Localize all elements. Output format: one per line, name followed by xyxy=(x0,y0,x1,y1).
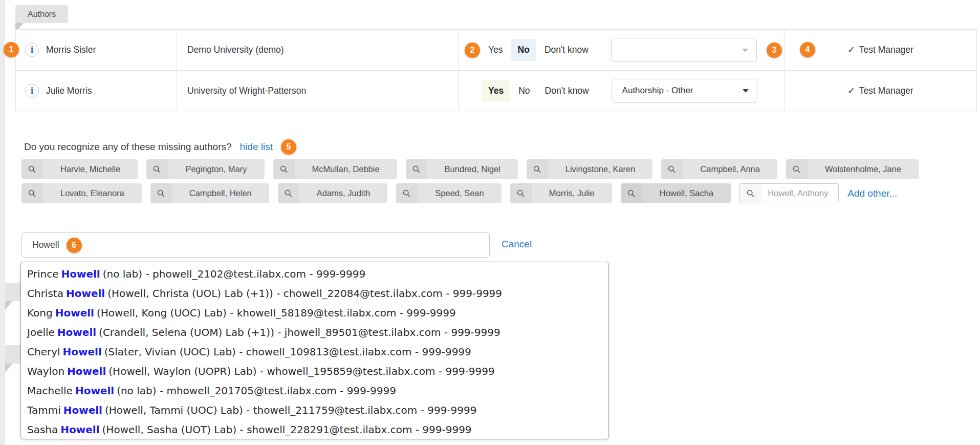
result-first-name: Waylon xyxy=(27,365,64,377)
search-result-item[interactable]: TammiHowell(Howell, Tammi (UOC) Lab) - t… xyxy=(27,400,608,420)
search-result-item[interactable]: WaylonHowell(Howell, Waylon (UOPR) Lab) … xyxy=(27,362,608,381)
missing-author-chip[interactable]: Campbell, Anna xyxy=(661,159,777,179)
info-icon[interactable]: i xyxy=(25,84,39,98)
missing-author-chip[interactable]: Morris, Julie xyxy=(510,183,612,203)
result-match-text: Howell xyxy=(60,346,104,358)
result-match-text: Howell xyxy=(63,287,107,300)
result-details: (Howell, Christa (UOL) Lab (+1)) - chowe… xyxy=(107,287,502,300)
result-details: (Howell, Sasha (UOT) Lab) - showell_2282… xyxy=(102,423,472,436)
missing-author-chip[interactable]: Harvie, Michelle xyxy=(21,159,138,179)
missing-author-chip[interactable]: Lovato, Eleanora xyxy=(21,183,142,203)
missing-author-chip[interactable]: Campbell, Helen xyxy=(150,183,269,203)
missing-author-chip-label: Harvie, Michelle xyxy=(43,159,138,179)
role-select-authorship-other[interactable]: Authorship - Other xyxy=(612,79,757,103)
search-icon xyxy=(396,183,418,203)
result-first-name: Kong xyxy=(27,307,53,319)
missing-author-chip-active[interactable]: Howell, Sacha xyxy=(621,183,731,203)
missing-author-chip[interactable]: Livingstone, Karen xyxy=(527,159,653,179)
missing-author-chip-label: Campbell, Anna xyxy=(683,159,777,179)
result-first-name: Cheryl xyxy=(27,346,60,358)
answer-option-yes[interactable]: Yes xyxy=(482,39,510,61)
authors-table: i Morris Sisler Demo University (demo) 2… xyxy=(15,29,977,111)
cancel-link[interactable]: Cancel xyxy=(502,239,532,250)
missing-author-chip[interactable]: Wolstenholme, Jane xyxy=(786,159,919,179)
role-select-empty[interactable] xyxy=(611,38,757,62)
step-badge-5: 5 xyxy=(281,139,296,155)
result-details: (no lab) - phowell_2102@test.ilabx.com -… xyxy=(103,268,366,280)
result-details: (Slater, Vivian (UOC) Lab) - chowell_109… xyxy=(104,346,471,358)
missing-author-chip-label: Lovato, Eleanora xyxy=(43,183,142,203)
author-row-julie-morris: i Julie Morris University of Wright-Patt… xyxy=(16,70,976,111)
result-match-text: Howell xyxy=(73,385,117,397)
info-icon[interactable]: i xyxy=(25,43,39,57)
missing-author-chip[interactable]: Adams, Judith xyxy=(278,183,388,203)
search-result-item[interactable]: JoelleHowell(Crandell, Selena (UOM) Lab … xyxy=(27,323,608,342)
search-icon xyxy=(21,159,43,179)
result-first-name: Tammi xyxy=(27,404,61,416)
author-answer-cell: 2 Yes No Don't know 3 xyxy=(459,30,785,70)
left-margin-strip xyxy=(0,0,5,445)
search-result-item[interactable]: KongHowell(Howell, Kong (UOC) Lab) - kho… xyxy=(27,303,608,323)
search-icon xyxy=(740,184,761,203)
result-first-name: Machelle xyxy=(27,385,73,397)
answer-option-dont-know[interactable]: Don't know xyxy=(538,39,595,61)
missing-author-chip-label: Adams, Judith xyxy=(299,183,388,203)
verified-by: ✓Test Manager xyxy=(847,86,913,96)
missing-author-chip[interactable]: McMullan, Debbie xyxy=(273,159,397,179)
result-details: (Howell, Waylon (UOPR) Lab) - whowell_19… xyxy=(108,365,494,377)
answer-option-no[interactable]: No xyxy=(512,80,536,102)
hidden-section-tab-fold xyxy=(5,364,13,372)
search-icon xyxy=(510,183,532,203)
missing-author-chip[interactable]: Pegington, Mary xyxy=(146,159,264,179)
hidden-section-tab xyxy=(5,283,23,301)
search-icon xyxy=(21,183,43,203)
missing-authors-chip-row-1: Harvie, Michelle Pegington, Mary McMulla… xyxy=(21,159,919,179)
missing-author-chip-input[interactable] xyxy=(761,184,838,203)
author-affiliation-cell: University of Wright-Patterson xyxy=(177,71,459,111)
result-first-name: Sasha xyxy=(27,423,58,436)
result-details: (Crandell, Selena (UOM) Lab (+1)) - jhow… xyxy=(99,326,500,338)
hide-list-link[interactable]: hide list xyxy=(240,141,273,153)
search-results-dropdown: PrinceHowell(no lab) - phowell_2102@test… xyxy=(20,262,609,439)
missing-author-chip[interactable]: Speed, Sean xyxy=(396,183,501,203)
result-match-text: Howell xyxy=(58,423,102,436)
missing-authors-question-line: Do you recognize any of these missing au… xyxy=(24,139,296,155)
step-badge-2: 2 xyxy=(465,43,480,58)
search-icon xyxy=(278,183,299,203)
author-answer-cell: Yes No Don't know Authorship - Other xyxy=(459,71,785,111)
result-details: (Howell, Kong (UOC) Lab) - khowell_58189… xyxy=(97,307,456,319)
add-other-link[interactable]: Add other... xyxy=(847,188,897,199)
search-result-item[interactable]: SashaHowell(Howell, Sasha (UOT) Lab) - s… xyxy=(27,420,608,439)
answer-option-dont-know[interactable]: Don't know xyxy=(538,80,596,102)
search-icon xyxy=(150,183,172,203)
search-icon xyxy=(621,183,642,203)
answer-option-no-selected[interactable]: No xyxy=(511,39,536,61)
search-icon xyxy=(786,159,808,179)
search-icon xyxy=(527,159,548,179)
missing-author-chip[interactable]: Bundred, Nigel xyxy=(406,159,518,179)
result-match-text: Howell xyxy=(58,268,102,280)
step-badge-3: 3 xyxy=(767,43,782,58)
step-badge-6: 6 xyxy=(67,238,82,253)
check-icon: ✓ xyxy=(847,45,855,55)
answer-option-yes-selected[interactable]: Yes xyxy=(482,80,510,102)
result-first-name: Joelle xyxy=(27,326,55,338)
missing-author-chip-label: Campbell, Helen xyxy=(172,183,269,203)
missing-author-chip-label: Speed, Sean xyxy=(418,183,501,203)
search-icon xyxy=(661,159,683,179)
search-input-value: Howell xyxy=(32,240,59,250)
missing-authors-question: Do you recognize any of these missing au… xyxy=(24,141,232,153)
result-match-text: Howell xyxy=(55,326,99,338)
search-result-item[interactable]: MachelleHowell(no lab) - mhowell_201705@… xyxy=(27,381,608,400)
missing-author-chip-label: Bundred, Nigel xyxy=(427,159,518,179)
search-result-item[interactable]: ChristaHowell(Howell, Christa (UOL) Lab … xyxy=(27,284,608,303)
missing-author-chip-label: Livingstone, Karen xyxy=(548,159,653,179)
missing-author-search-input[interactable]: Howell 6 xyxy=(21,232,490,258)
search-result-item[interactable]: CherylHowell(Slater, Vivian (UOC) Lab) -… xyxy=(27,342,608,362)
missing-author-chip-editing[interactable] xyxy=(739,183,839,203)
missing-authors-chip-row-2: Lovato, Eleanora Campbell, Helen Adams, … xyxy=(21,183,897,203)
search-result-item[interactable]: PrinceHowell(no lab) - phowell_2102@test… xyxy=(27,264,608,284)
search-icon xyxy=(406,159,427,179)
step-badge-1: 1 xyxy=(4,42,19,57)
tab-authors: Authors xyxy=(15,5,68,23)
